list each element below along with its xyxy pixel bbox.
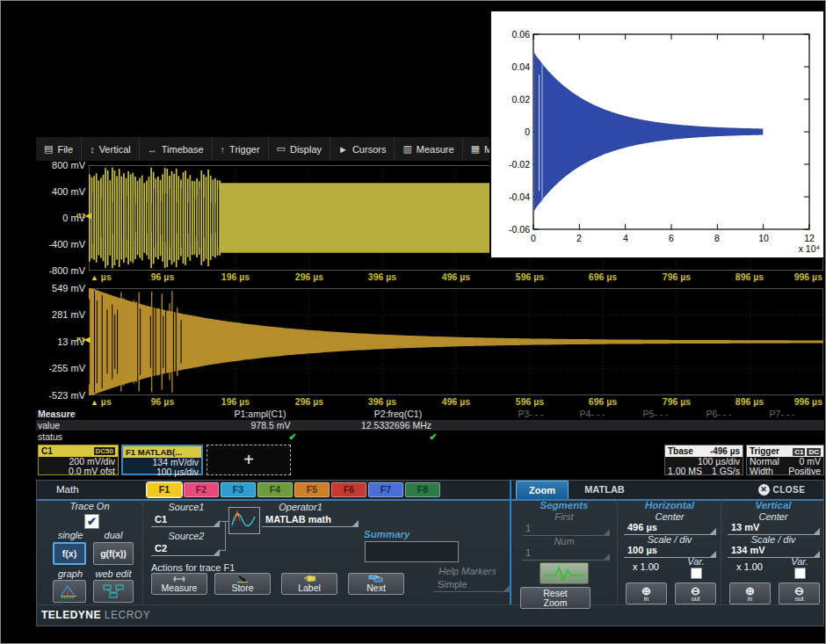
tab-f5[interactable]: F5 [294,482,330,497]
menu-file[interactable]: ▤File [36,137,82,161]
tab-f4[interactable]: F4 [257,482,293,497]
measure-row-header: Measure [38,409,76,419]
horizontal-header: Horizontal [626,500,714,510]
close-button[interactable]: ✕ CLOSE [744,481,819,499]
v-center-label: Center [729,511,817,522]
g2-ylabel: -255 mV [36,363,85,373]
tab-f7[interactable]: F7 [368,482,403,497]
measure-action-button[interactable]: Measure [151,573,207,595]
trace-on-checkbox[interactable]: ✔ [84,514,99,529]
tab-f6[interactable]: F6 [331,482,366,497]
segments-first-select[interactable]: 1 [522,523,610,536]
math-control-panel: Math F1 F2 F3 F4 F5 F6 F7 F8 Zoom MATLAB… [36,480,824,626]
inset-xtick: 12 [795,233,823,243]
tab-f2[interactable]: F2 [184,482,219,497]
g1-ylabel: 400 mV [36,186,85,197]
p2-label[interactable]: P2:freq(C1) [356,409,440,419]
store-action-icon [235,575,250,582]
lecroy-scope-screen: ▤File ↕Vertical ↔Timebase ↑Trigger ▭Disp… [0,0,826,644]
store-action-button[interactable]: Store [214,573,271,595]
tab-f8[interactable]: F8 [405,482,440,497]
h-zoom-in-button[interactable]: ⊕ in [626,582,667,604]
matlab-plot-inset: 0.06 0.04 0.02 0 -0.02 -0.04 -0.06 0 2 4… [489,10,825,259]
segments-num-select[interactable]: 1 [522,547,610,561]
inset-ytick: -0.04 [495,192,530,202]
menu-display[interactable]: ▭Display [269,137,330,161]
p2-status-check-icon: ✔ [391,431,475,443]
actions-label: Actions for trace F1 [151,562,235,573]
function-tab-row: Math F1 F2 F3 F4 F5 F6 F7 F8 Zoom MATLAB… [37,481,823,501]
v-var-label: Var. [782,556,817,567]
tab-zoom[interactable]: Zoom [516,481,569,499]
v-var-checkbox[interactable] [794,568,806,579]
inset-xtick: 10 [750,233,778,243]
trigger-source-badge: C1 [793,448,805,456]
trigger-time-marker: ▲ [91,273,98,282]
trigger-descriptor[interactable]: Trigger C1DC Normal0 mV WidthPositive [746,445,824,475]
inset-xtick: 2 [565,233,593,243]
v-scale-label: Scale / div [729,534,817,545]
inset-xtick: 0 [519,233,547,243]
c1-descriptor[interactable]: C1 DC50 200 mV/div0.0 mV ofst [38,445,119,475]
tab-f1[interactable]: F1 [147,482,182,497]
tab-f3[interactable]: F3 [221,482,256,497]
menu-measure[interactable]: ▥Measure [395,137,462,161]
zoom-out-icon: ⊖ [794,586,804,596]
math-panel-label: Math [56,484,79,495]
display-icon: ▭ [277,143,286,155]
v-zoom-in-button[interactable]: ⊕ in [729,582,771,604]
tab-matlab[interactable]: MATLAB [573,481,636,499]
inset-xtick: 4 [612,233,640,243]
gfx-button[interactable]: g(f(x)) [93,542,134,565]
f1-descriptor[interactable]: F1 MATLAB(... 134 mV/div100 µs/div [121,445,203,475]
source1-select[interactable]: C1 [151,514,220,527]
zoom-preview-button[interactable] [540,562,589,584]
inset-ytick: 0.04 [495,62,530,72]
g2-ylabel: 549 mV [36,283,85,293]
h-center-select[interactable]: 496 µs [624,522,716,535]
waveform-grid-f1 [89,288,823,395]
teledyne-lecroy-logo: TELEDYNE LECROY [41,609,150,621]
value-row-header: value [38,420,60,431]
time-axis-2: ▲ µs 96 µs 196 µs 296 µs 396 µs 496 µs 5… [89,396,824,409]
segments-num-label: Num [520,536,608,546]
p1-label[interactable]: P1:ampl(C1) [218,409,302,419]
vertical-arrows-icon: ↕ [90,144,95,155]
graph-mode-button[interactable] [53,580,86,603]
segments-first-label: First [520,511,608,522]
horizontal-arrows-icon: ↔ [148,144,157,155]
c1-zero-marker: C1◀ [76,212,91,220]
menu-cursors[interactable]: ►Cursors [330,137,395,161]
v-mult-value: x 1.00 [736,561,763,572]
v-zoom-out-button[interactable]: ⊖ out [779,582,820,604]
inset-ytick: 0 [495,127,530,137]
inset-ytick: -0.02 [495,159,530,170]
source2-select[interactable]: C2 [151,543,220,556]
graph-mode-icon [59,583,80,599]
p1-status-check-icon: ✔ [250,431,335,443]
timebase-descriptor[interactable]: Tbase -496 µs 100 µs/div 1.00 MS1 GS/s [664,445,743,475]
help-markers-select[interactable]: Simple [434,579,510,592]
h-center-label: Center [626,511,714,522]
fx-button[interactable]: f(x) [53,542,86,565]
p8-label[interactable]: P8- - - [779,409,826,419]
h-var-checkbox[interactable] [691,568,702,579]
operator1-select[interactable]: MATLAB math [262,514,359,527]
menu-timebase[interactable]: ↔Timebase [140,137,213,161]
reset-zoom-button[interactable]: Reset Zoom [520,587,591,609]
next-action-button[interactable]: Next [348,573,404,595]
h-zoom-out-button[interactable]: ⊖ out [675,582,716,604]
add-trace-button[interactable]: + [206,445,291,475]
cursor-icon: ► [338,144,348,155]
web-edit-button[interactable] [93,580,134,603]
source2-label: Source2 [151,531,221,541]
v-center-select[interactable]: 13 mV [728,522,820,535]
measure-action-icon [172,575,186,582]
web-edit-label: web edit [87,568,140,579]
vertical-header: Vertical [729,500,817,510]
menu-trigger[interactable]: ↑Trigger [213,137,269,161]
label-action-button[interactable]: Label [281,573,337,595]
menu-vertical[interactable]: ↕Vertical [82,137,140,161]
inset-ytick: 0.02 [495,94,530,105]
math-icon: ▦ [471,143,480,155]
